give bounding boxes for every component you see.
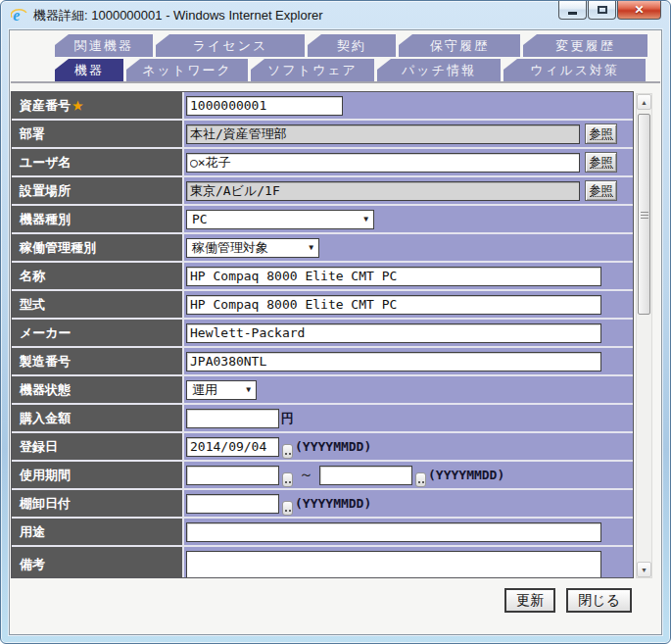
device-status-label: 機器状態 [12, 376, 184, 403]
usage-period-from-input[interactable] [186, 466, 279, 485]
chevron-down-icon: ▼ [246, 385, 251, 394]
chevron-down-icon: ▼ [363, 215, 368, 223]
remarks-textarea[interactable] [186, 551, 601, 578]
user-name-input[interactable] [186, 153, 580, 173]
department-browse-button[interactable]: 参照 [585, 124, 617, 144]
form-row-device-status: 機器状態 運用 ▼ [12, 376, 633, 405]
maker-input[interactable] [186, 323, 601, 343]
date-format-hint: (YYYYMMDD) [428, 468, 504, 482]
scroll-up-button[interactable]: ▲ [637, 94, 651, 110]
device-type-label: 機器種別 [12, 206, 184, 232]
tab-change-history[interactable]: 変更履歴 [523, 34, 647, 57]
tab-device[interactable]: 機器 [55, 59, 123, 81]
form-row-usage-period: 使用期間 ～ (YYYYMMDD) [12, 462, 633, 490]
tab-separator [11, 81, 660, 83]
minimize-icon [568, 12, 577, 15]
remarks-label: 備考 [12, 547, 184, 578]
usage-label: 用途 [12, 519, 184, 545]
form-row-remarks: 備考 [12, 547, 633, 578]
date-format-hint: (YYYYMMDD) [295, 496, 371, 511]
maximize-button[interactable] [588, 1, 616, 20]
tab-network[interactable]: ネットワーク [126, 59, 248, 81]
close-dialog-button[interactable]: 閉じる [566, 588, 632, 613]
asset-no-input[interactable] [186, 96, 343, 116]
footer-actions: 更新 閉じる [504, 588, 632, 613]
tab-row-primary: 機器 ネットワーク ソフトウェア パッチ情報 ウィルス対策 [55, 59, 646, 81]
model-input[interactable] [186, 295, 601, 315]
model-label: 型式 [12, 291, 184, 318]
period-separator: ～ [299, 466, 313, 484]
browser-window: e 機器詳細: 1000000001 - Windows Internet Ex… [0, 0, 671, 644]
tab-antivirus[interactable]: ウィルス対策 [503, 59, 646, 81]
close-icon: ✕ [634, 3, 644, 17]
form-row-asset-no: 資産番号★ [12, 92, 633, 121]
device-detail-form: 資産番号★ 部署 参照 ユーザ名 参照 設置場所 [11, 91, 634, 578]
location-browse-button[interactable]: 参照 [585, 180, 617, 201]
maximize-icon [598, 6, 607, 14]
close-button[interactable]: ✕ [617, 1, 661, 20]
tab-maintenance-history[interactable]: 保守履歴 [399, 34, 520, 57]
form-row-inventory-date: 棚卸日付 (YYYYMMDD) [12, 490, 633, 519]
calendar-picker-icon[interactable] [415, 472, 426, 487]
tab-software[interactable]: ソフトウェア [251, 59, 374, 81]
usage-period-label: 使用期間 [12, 462, 184, 488]
maker-label: メーカー [12, 320, 184, 346]
purchase-amount-input[interactable] [186, 409, 279, 428]
currency-unit: 円 [281, 410, 294, 427]
form-row-purchase-amount: 購入金額 円 [12, 405, 633, 433]
required-star-icon: ★ [72, 99, 83, 113]
chevron-down-icon: ▼ [309, 243, 313, 252]
department-label: 部署 [12, 121, 184, 147]
tab-patch-info[interactable]: パッチ情報 [377, 59, 501, 81]
operation-mgmt-label: 稼働管理種別 [12, 234, 184, 261]
title-bar: e 機器詳細: 1000000001 - Windows Internet Ex… [1, 1, 670, 29]
device-type-select[interactable]: PC ▼ [186, 210, 374, 229]
user-name-browse-button[interactable]: 参照 [585, 152, 617, 173]
form-row-registration-date: 登録日 (YYYYMMDD) [12, 433, 633, 462]
asset-no-label: 資産番号★ [12, 92, 184, 119]
form-row-usage: 用途 [12, 519, 633, 547]
calendar-picker-icon[interactable] [282, 472, 293, 487]
name-input[interactable] [186, 267, 601, 286]
form-row-model: 型式 [12, 291, 633, 320]
serial-no-label: 製造番号 [12, 348, 184, 374]
form-row-user-name: ユーザ名 参照 [12, 149, 633, 177]
form-row-device-type: 機器種別 PC ▼ [12, 206, 633, 234]
inventory-date-input[interactable] [186, 494, 279, 514]
department-input [186, 124, 580, 144]
form-row-name: 名称 [12, 263, 633, 291]
minimize-button[interactable] [558, 1, 587, 20]
form-row-maker: メーカー [12, 320, 633, 348]
calendar-picker-icon[interactable] [282, 444, 293, 459]
window-title: 機器詳細: 1000000001 - Windows Internet Expl… [33, 7, 323, 25]
usage-input[interactable] [186, 522, 601, 542]
usage-period-to-input[interactable] [319, 466, 412, 485]
user-name-label: ユーザ名 [12, 149, 184, 175]
window-controls: ✕ [557, 1, 661, 20]
serial-no-input[interactable] [186, 352, 601, 372]
name-label: 名称 [12, 263, 184, 289]
tab-contract[interactable]: 契約 [308, 34, 396, 57]
calendar-picker-icon[interactable] [282, 501, 293, 516]
form-row-department: 部署 参照 [12, 121, 633, 149]
form-row-serial-no: 製造番号 [12, 348, 633, 376]
vertical-scrollbar[interactable]: ▲ ▼ [636, 93, 652, 578]
tab-license[interactable]: ライセンス [156, 34, 305, 57]
purchase-amount-label: 購入金額 [12, 405, 184, 431]
inventory-date-label: 棚卸日付 [12, 490, 184, 517]
form-row-location: 設置場所 参照 [12, 177, 633, 206]
ie-icon: e [11, 7, 27, 24]
device-status-select[interactable]: 運用 ▼ [186, 380, 257, 400]
scrollbar-thumb[interactable] [638, 114, 650, 315]
form-row-operation-mgmt: 稼働管理種別 稼働管理対象 ▼ [12, 234, 633, 263]
date-format-hint: (YYYYMMDD) [295, 439, 371, 454]
tab-row-secondary: 関連機器 ライセンス 契約 保守履歴 変更履歴 [55, 34, 647, 57]
registration-date-label: 登録日 [12, 433, 184, 460]
operation-mgmt-select[interactable]: 稼働管理対象 ▼ [186, 238, 319, 258]
page-content: 関連機器 ライセンス 契約 保守履歴 変更履歴 機器 ネットワーク ソフトウェア… [9, 29, 662, 635]
update-button[interactable]: 更新 [504, 588, 555, 613]
location-label: 設置場所 [12, 177, 184, 204]
tab-related-devices[interactable]: 関連機器 [55, 34, 153, 57]
registration-date-input[interactable] [186, 437, 279, 457]
scroll-down-button[interactable]: ▼ [637, 562, 651, 577]
